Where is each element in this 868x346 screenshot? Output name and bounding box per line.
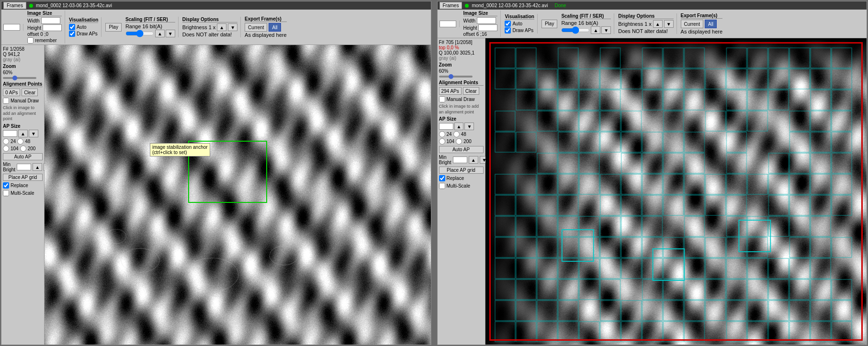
- left-image-area[interactable]: image stabilization anchor (ctrl+click t…: [45, 45, 431, 345]
- left-frame-input[interactable]: 1: [3, 24, 20, 31]
- right-ap-count-button[interactable]: 294 APs: [439, 87, 462, 95]
- right-ap-size-up[interactable]: ▲: [454, 123, 464, 130]
- right-sidebar: F# 705 [1/2058] top 0,0 % Q 100,00 3025,…: [438, 38, 485, 345]
- right-all-button[interactable]: All: [705, 20, 717, 28]
- left-auto-ap-button[interactable]: Auto AP: [3, 153, 43, 160]
- left-scaling-up[interactable]: ▲: [155, 30, 165, 37]
- right-as-displayed-label: As displayed here: [681, 29, 722, 34]
- left-all-button[interactable]: All: [269, 23, 281, 32]
- left-brightness-up[interactable]: ▲: [217, 23, 226, 31]
- left-play-button[interactable]: Play: [105, 23, 121, 32]
- right-zoom-thumb[interactable]: [449, 74, 453, 79]
- right-scaling-down[interactable]: ▼: [601, 26, 611, 34]
- left-canvas[interactable]: [45, 45, 431, 345]
- right-done-label: Done: [554, 3, 566, 8]
- right-scaling-controls: ▲ ▼: [561, 26, 611, 34]
- left-replace-label: Replace: [11, 183, 28, 188]
- left-brightness-down[interactable]: ▼: [228, 23, 237, 31]
- right-auto-checkbox[interactable]: [505, 21, 511, 27]
- right-draw-aps-row: Draw APs: [505, 27, 534, 33]
- left-export-label: Export Frame(s): [245, 16, 286, 22]
- right-radio-48[interactable]: [453, 131, 460, 137]
- right-radio-24[interactable]: [439, 131, 445, 137]
- right-zoom-track: [439, 76, 473, 78]
- left-q-value: 941,2: [8, 52, 20, 57]
- left-min-bright-input[interactable]: 30: [17, 164, 31, 170]
- left-scaling-slider[interactable]: [125, 31, 154, 36]
- right-frames-button[interactable]: Frames: [440, 2, 462, 9]
- left-min-bright-up[interactable]: ▲: [33, 163, 42, 171]
- right-height-input[interactable]: 1008: [478, 24, 497, 31]
- left-ap-size-section: AP Size 72 ▲ ▼ 24 48 104: [3, 123, 43, 152]
- right-clear-button[interactable]: Clear: [463, 87, 479, 95]
- left-draw-aps-checkbox[interactable]: [69, 31, 75, 37]
- left-status-dot: [29, 4, 33, 8]
- left-manual-draw-checkbox[interactable]: [3, 98, 9, 104]
- right-display-label: Display Options: [618, 13, 673, 19]
- left-current-button[interactable]: Current: [245, 23, 267, 32]
- right-offset-value: 6 ;16: [476, 32, 487, 37]
- left-auto-checkbox[interactable]: [69, 24, 75, 30]
- left-height-input[interactable]: 960: [43, 24, 62, 31]
- right-brightness-row: Brightness 1 x ▲ ▼: [618, 20, 673, 28]
- left-ap-size-down[interactable]: ▼: [29, 130, 38, 137]
- right-height-label: Height: [463, 25, 477, 31]
- right-draw-aps-checkbox[interactable]: [505, 27, 511, 33]
- right-radio-48-label: 48: [461, 132, 466, 137]
- right-ap-size-input[interactable]: 88: [439, 123, 453, 130]
- left-replace-row: Replace: [3, 182, 43, 189]
- left-width-input[interactable]: 1280: [41, 17, 60, 24]
- right-gray-ai: gray (ai): [439, 56, 484, 61]
- left-radio-48[interactable]: [17, 138, 23, 145]
- left-draw-aps-label: Draw APs: [77, 31, 98, 36]
- left-multi-scale-row: Multi-Scale: [3, 190, 43, 196]
- right-place-ap-button[interactable]: Place AP grid: [439, 167, 484, 174]
- right-ap-size-down[interactable]: ▼: [464, 123, 474, 130]
- right-scaling-slider[interactable]: [561, 27, 590, 33]
- left-frames-button[interactable]: Frames: [3, 2, 26, 9]
- left-replace-checkbox[interactable]: [3, 182, 9, 189]
- left-scaling-down[interactable]: ▼: [166, 30, 175, 37]
- left-place-ap-button[interactable]: Place AP grid: [3, 174, 43, 181]
- right-manual-draw-checkbox[interactable]: [439, 96, 445, 102]
- right-min-bright-up[interactable]: ▲: [469, 156, 478, 164]
- left-radio-24[interactable]: [3, 138, 9, 145]
- left-width-row: Width 1280: [27, 17, 62, 24]
- right-current-button[interactable]: Current: [681, 20, 703, 28]
- right-auto-ap-button[interactable]: Auto AP: [439, 146, 484, 153]
- right-min-bright-input[interactable]: 10: [453, 156, 467, 163]
- right-frame-input[interactable]: 1: [440, 21, 456, 27]
- left-ap-count-button[interactable]: 0 APs: [3, 89, 20, 96]
- left-remember-checkbox[interactable]: [27, 37, 34, 44]
- left-ap-size-input[interactable]: 72: [3, 130, 17, 137]
- left-remember-row: remember: [27, 37, 62, 44]
- left-draw-aps-row: Draw APs: [69, 31, 99, 37]
- right-panel: Frames mond_0002 12-03-06 23-35-42c.avi …: [437, 1, 868, 345]
- right-image-area[interactable]: [485, 38, 867, 345]
- left-scaling-controls: ▲ ▼: [125, 30, 175, 37]
- left-multi-scale-checkbox[interactable]: [3, 190, 9, 196]
- left-radio-104[interactable]: [3, 145, 9, 152]
- right-radio-104[interactable]: [439, 138, 445, 145]
- right-canvas[interactable]: [485, 38, 867, 345]
- right-multi-scale-checkbox[interactable]: [439, 183, 445, 189]
- left-zoom-thumb[interactable]: [12, 76, 17, 80]
- right-brightness-down[interactable]: ▼: [664, 20, 674, 28]
- left-frame-number-display: F# 1/2058: [3, 46, 43, 52]
- right-replace-checkbox[interactable]: [439, 175, 445, 181]
- left-ap-size-up[interactable]: ▲: [18, 130, 28, 137]
- left-zoom-track: [3, 77, 36, 79]
- right-width-input[interactable]: 1312: [477, 17, 496, 24]
- left-clear-button[interactable]: Clear: [22, 89, 38, 96]
- left-gray-ai: gray (ai): [3, 57, 43, 62]
- left-radio-48-label: 48: [25, 139, 30, 144]
- left-ap-buttons: 0 APs Clear: [3, 89, 43, 96]
- right-play-button[interactable]: Play: [541, 20, 557, 28]
- right-scaling-up[interactable]: ▲: [591, 26, 600, 34]
- right-q-value: 100,00: [444, 50, 459, 56]
- right-brightness-up[interactable]: ▲: [653, 20, 663, 28]
- left-brightness-value: 1: [209, 24, 212, 30]
- left-sidebar: F# 1/2058 Q 941,2 gray (ai) Zoom 60% Ali…: [1, 45, 45, 345]
- right-radio-200[interactable]: [456, 138, 462, 145]
- left-radio-200[interactable]: [20, 145, 26, 152]
